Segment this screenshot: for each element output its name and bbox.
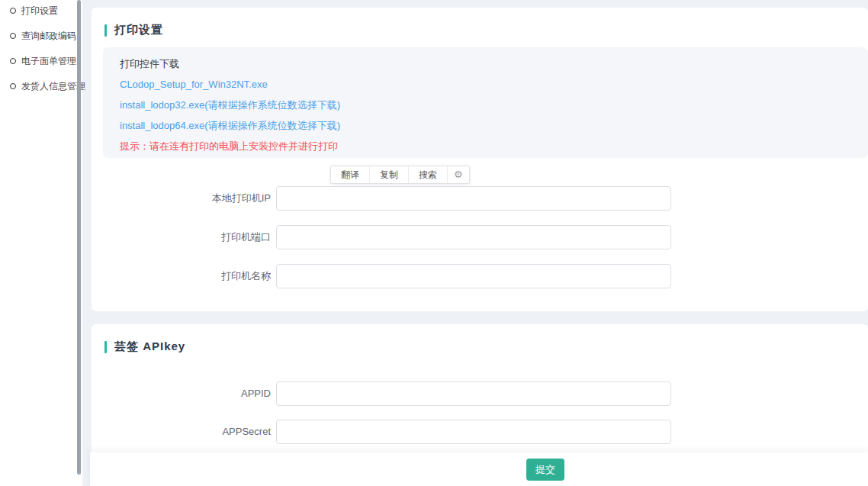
gear-icon[interactable]: ⚙ bbox=[448, 166, 469, 183]
sidebar-item-postcode-lookup[interactable]: 查询邮政编码 bbox=[0, 28, 82, 43]
sidebar: 打印设置 查询邮政编码 电子面单管理 发货人信息管理 bbox=[0, 0, 82, 486]
sidebar-item-label: 查询邮政编码 bbox=[21, 30, 76, 43]
printer-port-label: 打印机端口 bbox=[92, 225, 271, 249]
print-settings-header: 打印设置 bbox=[92, 8, 868, 37]
local-printer-ip-input[interactable] bbox=[276, 186, 671, 211]
sidebar-item-print-settings[interactable]: 打印设置 bbox=[0, 3, 82, 18]
apikey-header: 芸签 APIkey bbox=[92, 324, 868, 354]
sidebar-item-label: 发货人信息管理 bbox=[21, 80, 85, 93]
sidebar-item-label: 电子面单管理 bbox=[21, 55, 76, 68]
form-row: APPID bbox=[92, 381, 868, 406]
download-link-clodop[interactable]: CLodop_Setup_for_Win32NT.exe bbox=[120, 74, 868, 95]
translate-button[interactable]: 翻译 bbox=[331, 166, 370, 183]
apikey-form: APPID APPSecret bbox=[92, 381, 868, 458]
copy-button[interactable]: 复制 bbox=[370, 166, 409, 183]
form-row: 本地打印机IP bbox=[92, 186, 868, 211]
local-printer-ip-label: 本地打印机IP bbox=[92, 186, 271, 211]
page-title: 打印设置 bbox=[114, 23, 163, 37]
appsecret-input[interactable] bbox=[276, 420, 671, 444]
printer-form: 本地打印机IP 打印机端口 打印机名称 bbox=[92, 186, 868, 303]
radio-circle-icon bbox=[10, 8, 16, 14]
print-settings-card: 打印设置 打印控件下载 CLodop_Setup_for_Win32NT.exe… bbox=[92, 8, 868, 311]
search-button[interactable]: 搜索 bbox=[409, 166, 448, 183]
appid-label: APPID bbox=[92, 381, 271, 406]
appsecret-label: APPSecret bbox=[92, 420, 271, 444]
radio-circle-icon bbox=[10, 83, 16, 89]
vertical-scrollbar[interactable] bbox=[77, 0, 81, 475]
form-row: APPSecret bbox=[92, 420, 868, 444]
form-row: 打印机端口 bbox=[92, 225, 868, 249]
download-box-title: 打印控件下载 bbox=[120, 53, 868, 74]
main-content: 打印设置 打印控件下载 CLodop_Setup_for_Win32NT.exe… bbox=[82, 0, 868, 486]
radio-circle-icon bbox=[10, 58, 16, 64]
appid-input[interactable] bbox=[276, 381, 671, 406]
accent-bar bbox=[104, 341, 107, 353]
apikey-section-title: 芸签 APIkey bbox=[114, 340, 185, 354]
sidebar-item-label: 打印设置 bbox=[21, 5, 58, 18]
selection-toolbar-popup: 翻译 复制 搜索 ⚙ bbox=[330, 166, 470, 184]
radio-circle-icon bbox=[10, 33, 16, 39]
footer-bar: 提交 bbox=[90, 452, 868, 486]
printer-name-input[interactable] bbox=[276, 264, 671, 288]
form-row: 打印机名称 bbox=[92, 264, 868, 288]
download-link-lodop32[interactable]: install_lodop32.exe(请根据操作系统位数选择下载) bbox=[120, 95, 868, 115]
printer-name-label: 打印机名称 bbox=[92, 264, 271, 288]
download-link-lodop64[interactable]: install_lodop64.exe(请根据操作系统位数选择下载) bbox=[120, 115, 868, 136]
printer-port-input[interactable] bbox=[276, 225, 671, 249]
install-tip-text: 提示：请在连有打印的电脑上安装控件并进行打印 bbox=[120, 136, 868, 156]
download-info-box: 打印控件下载 CLodop_Setup_for_Win32NT.exe inst… bbox=[103, 47, 868, 158]
sidebar-item-sender-info-management[interactable]: 发货人信息管理 bbox=[0, 79, 82, 94]
sidebar-item-ewaybill-management[interactable]: 电子面单管理 bbox=[0, 53, 82, 69]
accent-bar bbox=[104, 24, 107, 37]
submit-button[interactable]: 提交 bbox=[526, 459, 564, 481]
